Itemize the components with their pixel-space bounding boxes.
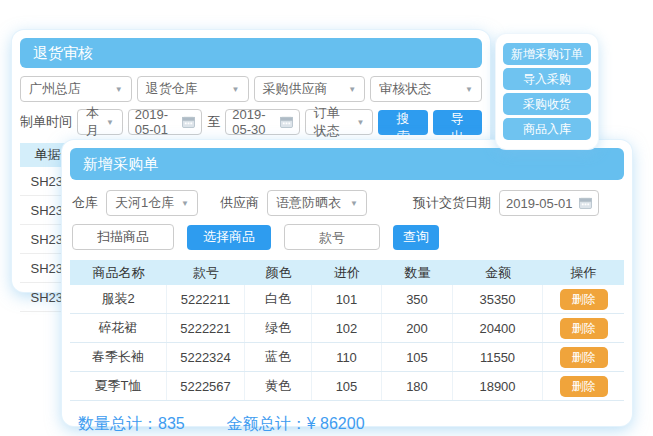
doc-time-label: 制单时间	[20, 113, 72, 131]
date-from-value: 2019-05-01	[135, 107, 183, 137]
return-warehouse-dropdown-value: 退货仓库	[146, 80, 198, 98]
delete-button[interactable]: 删除	[560, 376, 608, 397]
col-operation: 操作	[543, 264, 624, 282]
new-purchase-titlebar: 新增采购单	[70, 148, 624, 180]
quantity-total-value: 835	[158, 415, 185, 432]
supplier-dropdown[interactable]: 语意防晒衣 ▼	[267, 190, 367, 216]
purchase-fields-row: 仓库 天河1仓库 ▼ 供应商 语意防晒衣 ▼ 预计交货日期 2019-05-01	[70, 190, 624, 216]
style-no-input[interactable]	[284, 224, 380, 250]
calendar-icon	[182, 116, 195, 128]
totals-row: 数量总计：835 金额总计：¥ 86200	[70, 414, 624, 435]
purchase-table-header: 商品名称 款号 颜色 进价 数量 金额 操作	[70, 260, 624, 285]
supplier-dropdown-value: 语意防晒衣	[276, 194, 341, 212]
color-cell: 白色	[245, 285, 312, 313]
new-purchase-title: 新增采购单	[83, 155, 158, 174]
table-row: 夏季T恤 5222567 黄色 105 180 18900 删除	[70, 372, 624, 401]
chevron-down-icon: ▼	[348, 85, 356, 94]
table-row: 碎花裙 5222221 绿色 102 200 20400 删除	[70, 314, 624, 343]
export-button[interactable]: 导出	[433, 110, 482, 135]
price-cell: 101	[312, 285, 382, 313]
style-no-cell: 5222567	[167, 372, 245, 400]
chevron-down-icon: ▼	[232, 85, 240, 94]
table-row: 服装2 5222211 白色 101 350 35350 删除	[70, 285, 624, 314]
scan-product-button[interactable]: 扫描商品	[72, 224, 174, 250]
color-cell: 绿色	[245, 314, 312, 342]
col-color: 颜色	[245, 264, 312, 282]
store-dropdown[interactable]: 广州总店 ▼	[20, 76, 132, 102]
return-review-titlebar: 退货审核	[20, 38, 482, 68]
table-row: 春季长袖 5222324 蓝色 110 105 11550 删除	[70, 343, 624, 372]
chevron-down-icon: ▼	[350, 199, 358, 208]
color-cell: 黄色	[245, 372, 312, 400]
chevron-down-icon: ▼	[115, 85, 123, 94]
style-no-cell: 5222211	[167, 285, 245, 313]
menu-new-purchase-order-button[interactable]: 新增采购订单	[503, 43, 591, 65]
col-amount: 金额	[453, 264, 543, 282]
product-name-cell: 夏季T恤	[70, 372, 167, 400]
purchase-supplier-dropdown[interactable]: 采购供应商 ▼	[254, 76, 366, 102]
supplier-label: 供应商	[220, 194, 259, 212]
chevron-down-icon: ▼	[465, 85, 473, 94]
price-cell: 105	[312, 372, 382, 400]
warehouse-dropdown-value: 天河1仓库	[115, 194, 174, 212]
quick-menu-card: 新增采购订单 导入采购 采购收货 商品入库	[496, 34, 598, 149]
return-filter-row-2: 制单时间 本月 ▼ 2019-05-01 至 2019-05-30 订单状态 ▼…	[20, 109, 482, 135]
amount-cell: 35350	[453, 285, 543, 313]
date-to-input[interactable]: 2019-05-30	[225, 109, 300, 135]
delete-button[interactable]: 删除	[560, 347, 608, 368]
delete-button[interactable]: 删除	[560, 289, 608, 310]
calendar-icon	[579, 197, 592, 209]
warehouse-label: 仓库	[72, 194, 98, 212]
query-button[interactable]: 查询	[393, 225, 439, 250]
calendar-icon	[280, 116, 293, 128]
delivery-date-label: 预计交货日期	[413, 194, 491, 212]
period-dropdown[interactable]: 本月 ▼	[77, 109, 123, 135]
warehouse-dropdown[interactable]: 天河1仓库 ▼	[106, 190, 198, 216]
new-purchase-window: 新增采购单 仓库 天河1仓库 ▼ 供应商 语意防晒衣 ▼ 预计交货日期 2019…	[62, 140, 632, 426]
style-no-cell: 5222221	[167, 314, 245, 342]
product-name-cell: 春季长袖	[70, 343, 167, 371]
quantity-total-label: 数量总计：	[78, 415, 158, 432]
purchase-items-table: 商品名称 款号 颜色 进价 数量 金额 操作 服装2 5222211 白色 10…	[70, 260, 624, 401]
menu-purchase-receive-button[interactable]: 采购收货	[503, 93, 591, 115]
qty-cell: 180	[382, 372, 453, 400]
amount-cell: 11550	[453, 343, 543, 371]
date-from-input[interactable]: 2019-05-01	[128, 109, 203, 135]
return-review-title: 退货审核	[33, 44, 93, 63]
search-button[interactable]: 搜索	[378, 110, 427, 135]
qty-cell: 105	[382, 343, 453, 371]
product-name-cell: 碎花裙	[70, 314, 167, 342]
price-cell: 110	[312, 343, 382, 371]
select-product-button[interactable]: 选择商品	[187, 225, 271, 250]
amount-total-value: ¥ 86200	[307, 415, 365, 432]
col-quantity: 数量	[382, 264, 453, 282]
col-product-name: 商品名称	[70, 264, 167, 282]
delete-button[interactable]: 删除	[560, 318, 608, 339]
amount-cell: 18900	[453, 372, 543, 400]
quantity-total: 数量总计：835	[78, 414, 185, 435]
amount-total-label: 金额总计：	[227, 415, 307, 432]
chevron-down-icon: ▼	[106, 118, 114, 127]
order-status-dropdown-value: 订单状态	[314, 104, 351, 140]
menu-goods-inbound-button[interactable]: 商品入库	[503, 118, 591, 140]
menu-import-purchase-button[interactable]: 导入采购	[503, 68, 591, 90]
audit-status-dropdown[interactable]: 审核状态 ▼	[370, 76, 482, 102]
audit-status-dropdown-value: 审核状态	[379, 80, 431, 98]
period-dropdown-value: 本月	[86, 104, 100, 140]
col-style-no: 款号	[167, 264, 245, 282]
product-name-cell: 服装2	[70, 285, 167, 313]
purchase-actions-row: 扫描商品 选择商品 查询	[70, 224, 624, 250]
chevron-down-icon: ▼	[357, 118, 365, 127]
style-no-cell: 5222324	[167, 343, 245, 371]
col-purchase-price: 进价	[312, 264, 382, 282]
return-filter-row-1: 广州总店 ▼ 退货仓库 ▼ 采购供应商 ▼ 审核状态 ▼	[20, 76, 482, 102]
to-label: 至	[207, 113, 220, 131]
return-warehouse-dropdown[interactable]: 退货仓库 ▼	[137, 76, 249, 102]
order-status-dropdown[interactable]: 订单状态 ▼	[305, 109, 374, 135]
amount-total: 金额总计：¥ 86200	[227, 414, 365, 435]
delivery-date-value: 2019-05-01	[506, 196, 573, 211]
color-cell: 蓝色	[245, 343, 312, 371]
purchase-supplier-dropdown-value: 采购供应商	[263, 80, 328, 98]
delivery-date-input[interactable]: 2019-05-01	[499, 190, 599, 216]
chevron-down-icon: ▼	[181, 199, 189, 208]
